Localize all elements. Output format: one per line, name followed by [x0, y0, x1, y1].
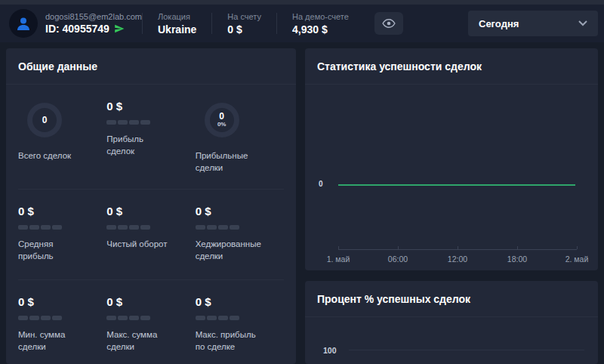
- user-info: dogosi8155@em2lab.com ID: 40955749: [45, 12, 142, 35]
- x-axis-tick: [398, 246, 399, 249]
- demo-balance-value: 4,930 $: [292, 23, 328, 35]
- stat-max-trade-amount: 0 $ Макс. сумма сделки: [106, 295, 195, 353]
- stat-average-profit: 0 $ Средняя прибыль: [18, 205, 106, 279]
- chevron-down-icon: [578, 20, 587, 26]
- stat-label: Макс. сумма сделки: [106, 329, 157, 353]
- y-axis-tick-100: 100: [323, 346, 337, 355]
- location-label: Локация: [158, 12, 190, 21]
- stat-percent: 0%: [217, 121, 226, 128]
- stat-label: Мин. сумма сделки: [18, 329, 65, 353]
- stat-min-trade-amount: 0 $ Мин. сумма сделки: [18, 295, 106, 353]
- demo-balance-section: На демо-счете 4,930 $: [277, 12, 364, 35]
- chart-line-series: [338, 184, 575, 186]
- location-section: Локация Ukraine: [143, 12, 211, 35]
- x-axis-label: 18:00: [507, 254, 527, 264]
- stat-profitable-trades: 0 0% Прибыльные сделки: [196, 100, 284, 189]
- stat-value: 0 $: [106, 205, 122, 217]
- stat-label: Прибыльные сделки: [196, 150, 248, 174]
- demo-balance-label: На демо-счете: [292, 12, 349, 21]
- success-stats-chart: 0 1. май 06:00 12:00 18:00 2. май: [305, 85, 598, 270]
- user-email: dogosi8155@em2lab.com: [45, 12, 142, 21]
- stat-label: Макс. прибыль по сделке: [196, 329, 256, 353]
- user-id: ID: 40955749: [45, 23, 109, 35]
- topbar: dogosi8155@em2lab.com ID: 40955749 Локац…: [0, 5, 604, 42]
- placeholder-bar: [18, 225, 62, 230]
- stat-total-trades: 0 Всего сделок: [18, 100, 106, 189]
- stat-label: Хеджированные сделки: [196, 238, 261, 262]
- period-dropdown-value: Сегодня: [479, 18, 519, 29]
- stat-label: Прибыль сделок: [106, 133, 143, 157]
- success-percent-title: Процент % успешных сделок: [305, 281, 598, 317]
- stat-value: 0: [219, 112, 224, 121]
- general-data-panel: Общие данные 0 Всего сделок 0 $ Прибыль …: [6, 48, 296, 364]
- x-axis-tick: [517, 246, 518, 249]
- general-data-title: Общие данные: [6, 48, 296, 85]
- x-axis-labels: 1. май 06:00 12:00 18:00 2. май: [338, 254, 577, 265]
- location-value: Ukraine: [158, 23, 196, 35]
- x-axis-label: 2. май: [565, 254, 589, 264]
- x-axis-tick: [577, 246, 578, 249]
- stat-label: Средняя прибыль: [18, 238, 54, 262]
- toggle-balance-visibility-button[interactable]: [374, 12, 403, 35]
- stat-net-turnover: 0 $ Чистый оборот: [106, 205, 195, 279]
- user-icon: [14, 14, 32, 32]
- dashboard-page: dogosi8155@em2lab.com ID: 40955749 Локац…: [0, 0, 604, 364]
- period-dropdown[interactable]: Сегодня: [468, 11, 598, 36]
- placeholder-bar: [18, 316, 62, 320]
- avatar: [9, 9, 38, 38]
- stats-row-2: 0 $ Средняя прибыль 0 $ Чистый оборот 0 …: [18, 189, 284, 279]
- x-axis-label: 1. май: [327, 254, 350, 264]
- eye-icon: [382, 17, 396, 30]
- stat-trades-profit: 0 $ Прибыль сделок: [106, 100, 195, 189]
- placeholder-bar: [196, 316, 239, 320]
- stats-row-3: 0 $ Мин. сумма сделки 0 $ Макс. сумма сд…: [18, 279, 284, 353]
- placeholder-bar: [106, 120, 150, 125]
- x-axis-tick: [458, 246, 458, 249]
- placeholder-bar: [106, 316, 150, 320]
- stat-value: 0 $: [196, 205, 211, 217]
- send-icon: [114, 23, 125, 34]
- gridline-100: [349, 350, 584, 350]
- balance-value: 0 $: [227, 23, 242, 35]
- stat-value: 0 $: [106, 100, 122, 113]
- placeholder-bar: [106, 225, 150, 230]
- success-stats-title: Статистика успешности сделок: [305, 48, 598, 85]
- stat-max-trade-profit: 0 $ Макс. прибыль по сделке: [196, 295, 284, 353]
- x-axis-label: 06:00: [388, 254, 408, 264]
- balance-section: На счету 0 $: [212, 12, 276, 35]
- stat-value: 0 $: [18, 295, 34, 308]
- stats-grid: 0 Всего сделок 0 $ Прибыль сделок 0 0% П…: [6, 85, 296, 353]
- y-axis-tick-0: 0: [319, 180, 323, 188]
- stat-hedged-trades: 0 $ Хеджированные сделки: [196, 205, 284, 279]
- stat-value: 0 $: [18, 205, 34, 217]
- total-trades-ring: 0: [27, 103, 62, 137]
- placeholder-bar: [196, 225, 239, 230]
- stat-value: 0 $: [196, 295, 211, 308]
- balance-label: На счету: [227, 12, 261, 21]
- success-percent-panel: Процент % успешных сделок 100: [305, 281, 598, 364]
- success-percent-chart: 100: [305, 317, 598, 364]
- x-axis-tick: [338, 246, 339, 249]
- stat-value: 0 $: [106, 295, 122, 308]
- stats-row-1: 0 Всего сделок 0 $ Прибыль сделок 0 0% П…: [18, 85, 284, 189]
- x-axis: [338, 249, 577, 250]
- profitable-trades-ring: 0 0%: [205, 103, 239, 137]
- stat-label: Всего сделок: [18, 150, 71, 162]
- success-stats-panel: Статистика успешности сделок 0 1. май 06…: [305, 48, 598, 270]
- stat-value: 0: [42, 116, 48, 125]
- stat-label: Чистый оборот: [106, 238, 167, 250]
- x-axis-label: 12:00: [448, 254, 467, 264]
